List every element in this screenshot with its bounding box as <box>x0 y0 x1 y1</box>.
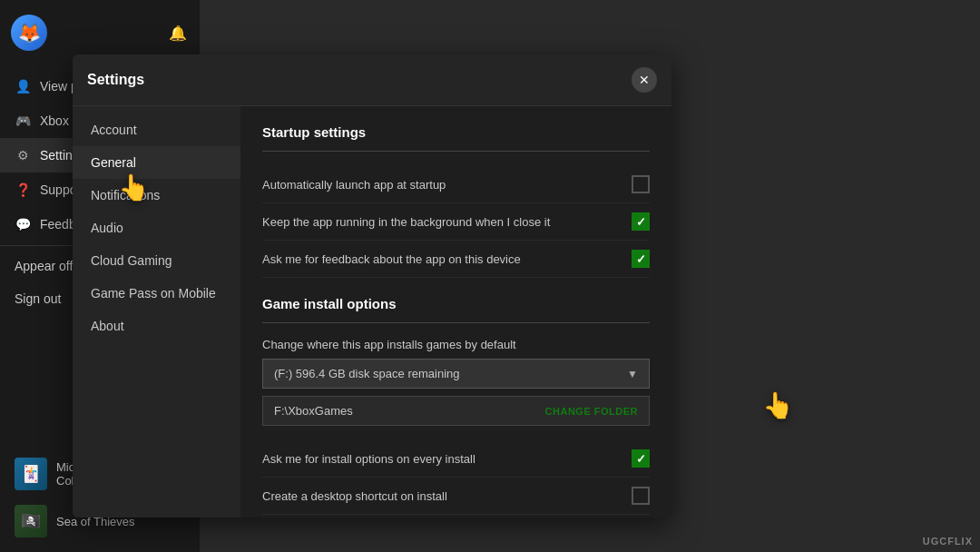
settings-nav-account[interactable]: Account <box>73 113 240 146</box>
avatar[interactable]: 🦊 <box>11 15 47 51</box>
feedback-label: Ask me for feedback about the app on thi… <box>262 252 632 266</box>
profile-icon: 👤 <box>15 78 31 94</box>
settings-nav-notifications[interactable]: Notifications <box>73 179 240 212</box>
install-divider <box>262 322 650 323</box>
disk-dropdown-label: (F:) 596.4 GB disk space remaining <box>274 367 459 380</box>
install-desc: Change where this app installs games by … <box>262 338 650 351</box>
folder-row: F:\XboxGames CHANGE FOLDER <box>262 396 650 426</box>
watermark: UGCFLIX <box>923 536 973 547</box>
setting-row-feedback: Ask me for feedback about the app on thi… <box>262 241 650 278</box>
settings-close-button[interactable]: ✕ <box>632 67 657 93</box>
background-checkbox[interactable] <box>632 212 650 231</box>
settings-nav-general[interactable]: General <box>73 146 240 179</box>
settings-nav: Account General Notifications Audio Clou… <box>73 106 240 518</box>
settings-icon: ⚙ <box>15 147 31 163</box>
notification-bell-icon[interactable]: 🔔 <box>167 22 189 44</box>
folder-path-label: F:\XboxGames <box>274 404 353 418</box>
solitaire-thumbnail: 🃏 <box>15 458 47 490</box>
setting-row-auto-launch: Automatically launch app at startup <box>262 166 650 203</box>
startup-divider <box>262 151 650 152</box>
auto-launch-checkbox[interactable] <box>632 175 650 193</box>
settings-nav-cloud-gaming[interactable]: Cloud Gaming <box>73 244 240 277</box>
sot-thumbnail: 🏴‍☠️ <box>15 505 47 537</box>
background-label: Keep the app running in the background w… <box>262 215 632 229</box>
settings-modal: Settings ✕ Account General Notifications… <box>73 54 671 518</box>
install-options-label: Ask me for install options on every inst… <box>262 452 632 466</box>
game-install-section: Game install options Change where this a… <box>262 296 650 515</box>
feedback-icon: 💬 <box>15 216 31 232</box>
game-install-title: Game install options <box>262 296 650 311</box>
xbox-icon: 🎮 <box>15 113 31 129</box>
settings-nav-about[interactable]: About <box>73 310 240 342</box>
settings-body: Account General Notifications Audio Clou… <box>73 106 671 518</box>
settings-title: Settings <box>87 72 144 88</box>
install-options-checkbox[interactable] <box>632 449 650 468</box>
dropdown-arrow-icon: ▼ <box>627 368 638 380</box>
support-icon: ❓ <box>15 182 31 198</box>
auto-launch-label: Automatically launch app at startup <box>262 178 632 192</box>
desktop-shortcut-label: Create a desktop shortcut on install <box>262 489 632 503</box>
settings-content: Startup settings Automatically launch ap… <box>240 106 671 518</box>
disk-dropdown[interactable]: (F:) 596.4 GB disk space remaining ▼ <box>262 359 650 389</box>
change-folder-button[interactable]: CHANGE FOLDER <box>545 406 638 417</box>
feedback-checkbox[interactable] <box>632 250 650 268</box>
startup-settings-title: Startup settings <box>262 124 650 140</box>
setting-row-background: Keep the app running in the background w… <box>262 203 650 241</box>
setting-row-desktop-shortcut: Create a desktop shortcut on install <box>262 478 650 515</box>
settings-nav-game-pass-mobile[interactable]: Game Pass on Mobile <box>73 277 240 310</box>
settings-header: Settings ✕ <box>73 54 671 106</box>
setting-row-install-options: Ask me for install options on every inst… <box>262 440 650 478</box>
settings-nav-audio[interactable]: Audio <box>73 212 240 244</box>
desktop-shortcut-checkbox[interactable] <box>632 487 650 505</box>
